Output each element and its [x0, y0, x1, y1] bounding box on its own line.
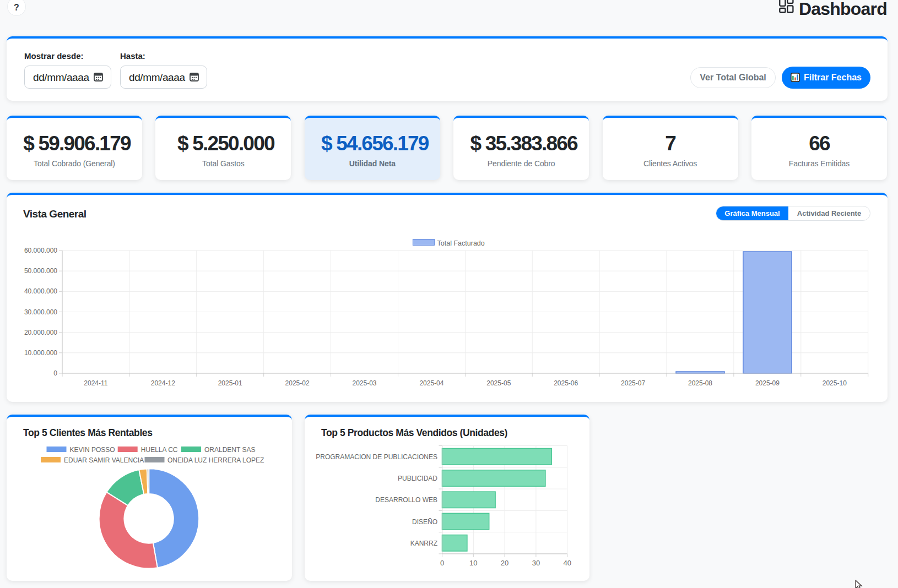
svg-text:10: 10: [469, 559, 477, 567]
svg-text:40.000.000: 40.000.000: [24, 287, 57, 295]
svg-text:2025-06: 2025-06: [554, 379, 578, 387]
svg-text:20: 20: [501, 559, 508, 567]
svg-text:KANRRZ: KANRRZ: [410, 540, 437, 547]
svg-text:2025-05: 2025-05: [486, 379, 511, 387]
svg-text:20.000.000: 20.000.000: [24, 329, 57, 336]
svg-text:30.000.000: 30.000.000: [24, 308, 57, 316]
svg-text:2025-10: 2025-10: [823, 379, 847, 387]
svg-text:2024-11: 2024-11: [84, 379, 107, 387]
svg-text:0: 0: [440, 559, 444, 567]
svg-text:2025-01: 2025-01: [218, 379, 242, 387]
svg-text:10.000.000: 10.000.000: [24, 349, 57, 357]
svg-text:50.000.000: 50.000.000: [24, 267, 57, 275]
svg-text:KEVIN POSSO: KEVIN POSSO: [70, 446, 115, 454]
svg-text:30: 30: [532, 559, 540, 567]
svg-text:EDUAR SAMIR VALENCIA: EDUAR SAMIR VALENCIA: [64, 456, 144, 464]
svg-text:ORALDENT SAS: ORALDENT SAS: [204, 446, 255, 454]
svg-text:2024-12: 2024-12: [151, 379, 175, 387]
svg-text:PROGRAMACION DE PUBLICACIONES: PROGRAMACION DE PUBLICACIONES: [316, 453, 437, 461]
svg-text:Total Facturado: Total Facturado: [437, 239, 485, 247]
svg-text:2025-03: 2025-03: [352, 379, 376, 387]
svg-text:60.000.000: 60.000.000: [24, 247, 57, 254]
svg-text:2025-07: 2025-07: [621, 379, 645, 387]
svg-text:PUBLICIDAD: PUBLICIDAD: [398, 475, 437, 482]
svg-text:40: 40: [563, 559, 571, 567]
svg-text:DESARROLLO WEB: DESARROLLO WEB: [375, 496, 437, 504]
svg-text:2025-04: 2025-04: [419, 379, 443, 387]
svg-text:HUELLA CC: HUELLA CC: [141, 446, 178, 454]
svg-text:2025-08: 2025-08: [688, 379, 712, 387]
svg-text:ONEIDA LUZ HERRERA LOPEZ: ONEIDA LUZ HERRERA LOPEZ: [167, 456, 264, 464]
svg-text:DISEÑO: DISEÑO: [412, 518, 437, 526]
svg-text:2025-09: 2025-09: [755, 379, 780, 387]
svg-text:0: 0: [53, 369, 57, 377]
svg-text:2025-02: 2025-02: [285, 379, 310, 387]
